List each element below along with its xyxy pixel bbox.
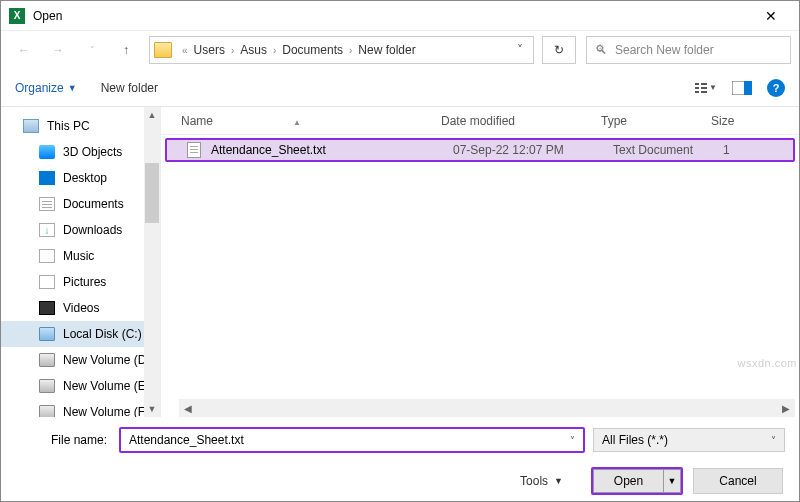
breadcrumb-asus[interactable]: Asus	[238, 43, 269, 57]
organize-button[interactable]: Organize ▼	[15, 81, 77, 95]
close-button[interactable]: ✕	[751, 1, 791, 31]
excel-icon: X	[9, 8, 25, 24]
svg-rect-5	[701, 91, 707, 93]
sidebar-item-thispc[interactable]: This PC	[1, 113, 160, 139]
breadcrumb-users[interactable]: Users	[192, 43, 227, 57]
open-dropdown-button[interactable]: ▼	[663, 469, 681, 493]
pictures-icon	[39, 275, 55, 289]
header-date[interactable]: Date modified	[441, 114, 601, 128]
desktop-icon	[39, 171, 55, 185]
filter-dropdown-icon[interactable]: ˅	[771, 435, 776, 446]
sidebar-item-music[interactable]: Music	[1, 243, 160, 269]
file-size: 1	[723, 143, 730, 157]
file-name: Attendance_Sheet.txt	[211, 143, 453, 157]
tools-button[interactable]: Tools ▼	[520, 474, 563, 488]
svg-rect-0	[695, 83, 699, 85]
disk-e-icon	[39, 379, 55, 393]
main-area: This PC 3D Objects Desktop Documents Dow…	[1, 107, 799, 417]
filetype-filter[interactable]: All Files (*.*) ˅	[593, 428, 785, 452]
filename-dropdown-icon[interactable]: ˅	[570, 435, 575, 446]
search-box[interactable]: 🔍︎ Search New folder	[586, 36, 791, 64]
open-button-wrap: Open ▼	[591, 467, 683, 495]
disk-f-icon	[39, 405, 55, 417]
file-pane: Name▲ Date modified Type Size Attendance…	[161, 107, 799, 417]
breadcrumb-documents[interactable]: Documents	[280, 43, 345, 57]
scroll-right-icon[interactable]: ▶	[777, 403, 795, 414]
filename-input[interactable]: Attendance_Sheet.txt ˅	[119, 427, 585, 453]
sort-indicator-icon: ▲	[293, 118, 301, 127]
sidebar-item-downloads[interactable]: Downloads	[1, 217, 160, 243]
cancel-button[interactable]: Cancel	[693, 468, 783, 494]
search-icon: 🔍︎	[595, 43, 607, 57]
scroll-left-icon[interactable]: ◀	[179, 403, 197, 414]
header-size[interactable]: Size	[711, 114, 799, 128]
window-title: Open	[33, 9, 62, 23]
file-row[interactable]: Attendance_Sheet.txt 07-Sep-22 12:07 PM …	[165, 138, 795, 162]
sidebar-item-volume-e[interactable]: New Volume (E:)	[1, 373, 160, 399]
sidebar-item-videos[interactable]: Videos	[1, 295, 160, 321]
text-file-icon	[187, 142, 201, 158]
recent-dropdown[interactable]: ˅	[77, 36, 107, 64]
bottom-panel: File name: Attendance_Sheet.txt ˅ All Fi…	[1, 417, 799, 495]
watermark: wsxdn.com	[737, 357, 797, 369]
sidebar-scrollbar[interactable]: ▲ ▼	[144, 107, 160, 417]
sidebar-item-desktop[interactable]: Desktop	[1, 165, 160, 191]
breadcrumb-newfolder[interactable]: New folder	[356, 43, 417, 57]
filename-label: File name:	[15, 433, 111, 447]
music-icon	[39, 249, 55, 263]
3d-icon	[39, 145, 55, 159]
view-options-button[interactable]: ▼	[695, 79, 717, 97]
svg-rect-3	[701, 87, 707, 89]
svg-rect-2	[695, 87, 699, 89]
scroll-thumb[interactable]	[145, 163, 159, 223]
sidebar-item-3dobjects[interactable]: 3D Objects	[1, 139, 160, 165]
sidebar-item-pictures[interactable]: Pictures	[1, 269, 160, 295]
toolbar: Organize ▼ New folder ▼ ?	[1, 69, 799, 107]
horizontal-scrollbar[interactable]: ◀ ▶	[179, 399, 795, 417]
address-dropdown[interactable]: ˅	[511, 43, 529, 57]
new-folder-button[interactable]: New folder	[101, 81, 158, 95]
svg-rect-7	[744, 81, 752, 95]
folder-icon	[154, 42, 172, 58]
preview-pane-button[interactable]	[731, 79, 753, 97]
breadcrumb-first-sep: «	[178, 45, 192, 56]
chevron-down-icon: ▼	[554, 476, 563, 486]
refresh-button[interactable]: ↻	[542, 36, 576, 64]
sidebar-item-volume-d[interactable]: New Volume (D:)	[1, 347, 160, 373]
sidebar-item-volume-f[interactable]: New Volume (F:)	[1, 399, 160, 417]
sidebar-item-documents[interactable]: Documents	[1, 191, 160, 217]
header-name[interactable]: Name▲	[181, 114, 441, 128]
file-type: Text Document	[613, 143, 723, 157]
back-button[interactable]: ←	[9, 36, 39, 64]
scroll-up-icon[interactable]: ▲	[148, 107, 157, 123]
svg-rect-4	[695, 91, 699, 93]
svg-rect-1	[701, 83, 707, 85]
file-date: 07-Sep-22 12:07 PM	[453, 143, 613, 157]
header-type[interactable]: Type	[601, 114, 711, 128]
titlebar: X Open ✕	[1, 1, 799, 31]
address-bar[interactable]: « Users › Asus › Documents › New folder …	[149, 36, 534, 64]
disk-c-icon	[39, 327, 55, 341]
disk-d-icon	[39, 353, 55, 367]
pc-icon	[23, 119, 39, 133]
scroll-down-icon[interactable]: ▼	[148, 401, 157, 417]
videos-icon	[39, 301, 55, 315]
chevron-down-icon: ▼	[68, 83, 77, 93]
documents-icon	[39, 197, 55, 211]
help-button[interactable]: ?	[767, 79, 785, 97]
search-placeholder: Search New folder	[615, 43, 714, 57]
filename-row: File name: Attendance_Sheet.txt ˅ All Fi…	[15, 427, 785, 453]
forward-button[interactable]: →	[43, 36, 73, 64]
column-headers: Name▲ Date modified Type Size	[161, 107, 799, 135]
open-button[interactable]: Open	[593, 469, 663, 493]
downloads-icon	[39, 223, 55, 237]
sidebar-item-localdisk-c[interactable]: Local Disk (C:)	[1, 321, 160, 347]
buttons-row: Tools ▼ Open ▼ Cancel	[15, 467, 785, 495]
navbar: ← → ˅ ↑ « Users › Asus › Documents › New…	[1, 31, 799, 69]
sidebar: This PC 3D Objects Desktop Documents Dow…	[1, 107, 161, 417]
up-button[interactable]: ↑	[111, 36, 141, 64]
